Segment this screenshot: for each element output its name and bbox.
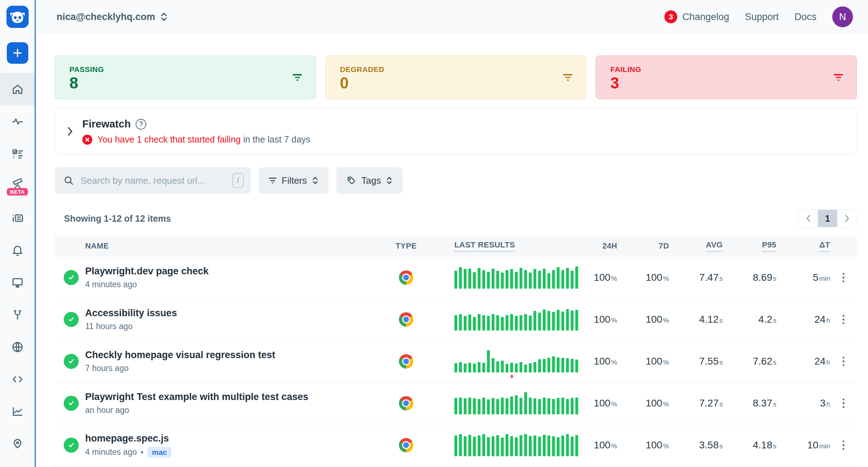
sidebar-item-private-locations[interactable] bbox=[0, 331, 35, 363]
results-cell bbox=[428, 350, 560, 372]
type-cell bbox=[385, 396, 428, 410]
separator-dot bbox=[141, 451, 143, 453]
failing-card[interactable]: FAILING 3 bbox=[596, 56, 857, 99]
checks-table: NAME TYPE LAST RESULTS 24H 7D AVG P95 ΔT… bbox=[55, 235, 857, 466]
p95-cell: 4.18s bbox=[723, 439, 776, 451]
sidebar-item-activity[interactable] bbox=[0, 105, 35, 138]
degraded-card[interactable]: DEGRADED 0 bbox=[325, 56, 586, 99]
firewatch-alert-text[interactable]: You have 1 check that started failing bbox=[97, 134, 241, 144]
status-cell bbox=[55, 438, 85, 453]
results-bar-chart[interactable] bbox=[454, 434, 578, 456]
status-cell bbox=[55, 354, 85, 369]
current-page[interactable]: 1 bbox=[818, 210, 837, 227]
failing-count: 3 bbox=[610, 75, 842, 91]
filter-icon[interactable] bbox=[563, 74, 572, 81]
checkly-logo[interactable] bbox=[6, 6, 29, 28]
home-icon bbox=[11, 83, 24, 96]
check-name[interactable]: homepage.spec.js bbox=[85, 433, 385, 444]
sidebar-item-dashboards[interactable] bbox=[0, 266, 35, 299]
check-name[interactable]: Checkly homepage visual regression test bbox=[85, 350, 385, 361]
sidebar-item-runtimes[interactable] bbox=[0, 202, 35, 234]
results-cell bbox=[428, 392, 560, 414]
search-box[interactable]: / bbox=[55, 167, 251, 194]
chrome-browser-icon bbox=[399, 270, 413, 285]
delta-t-cell: 5min bbox=[776, 272, 830, 283]
passing-status-icon bbox=[64, 354, 79, 369]
name-cell: Accessibility issues 11 hours ago bbox=[85, 308, 385, 331]
filter-icon[interactable] bbox=[834, 74, 843, 81]
column-last-results[interactable]: LAST RESULTS bbox=[428, 240, 560, 252]
check-name[interactable]: Playwright Test example with multiple te… bbox=[85, 391, 385, 403]
create-new-button[interactable] bbox=[7, 42, 28, 64]
filter-icon[interactable] bbox=[293, 74, 302, 81]
avg-cell: 3.58s bbox=[669, 439, 723, 451]
table-row[interactable]: Playwright.dev page check 4 minutes ago … bbox=[55, 257, 857, 299]
results-bar-chart[interactable] bbox=[454, 350, 578, 372]
chrome-browser-icon bbox=[399, 312, 413, 327]
column-24h: 24H bbox=[560, 241, 617, 251]
kebab-menu-button[interactable] bbox=[840, 313, 847, 327]
passing-status-icon bbox=[64, 270, 79, 285]
results-bar-chart[interactable] bbox=[454, 308, 578, 331]
column-type: TYPE bbox=[385, 241, 428, 251]
check-name[interactable]: Accessibility issues bbox=[85, 308, 385, 319]
x-circle-icon bbox=[82, 135, 92, 145]
row-menu-cell bbox=[830, 271, 857, 285]
delta-t-cell: 3h bbox=[776, 398, 830, 409]
changelog-link[interactable]: Changelog bbox=[682, 11, 729, 23]
sidebar-nav: BETA bbox=[0, 73, 35, 460]
7d-cell: 100% bbox=[617, 314, 669, 325]
passing-status-icon bbox=[64, 396, 79, 411]
column-p95[interactable]: P95 bbox=[723, 240, 776, 252]
column-delta-t[interactable]: ΔT bbox=[776, 240, 830, 252]
sidebar-item-checks[interactable] bbox=[0, 138, 35, 170]
tags-button[interactable]: Tags bbox=[336, 167, 403, 194]
chevron-up-down-icon bbox=[160, 11, 168, 22]
next-page-button[interactable] bbox=[837, 210, 857, 227]
sidebar-item-home[interactable] bbox=[0, 73, 35, 105]
sidebar-item-alerts[interactable] bbox=[0, 234, 35, 266]
results-cell bbox=[428, 266, 560, 289]
table-row[interactable]: Accessibility issues 11 hours ago 100% 1… bbox=[55, 299, 857, 341]
kebab-menu-button[interactable] bbox=[840, 271, 847, 285]
search-input[interactable] bbox=[81, 175, 226, 186]
sidebar-item-locations[interactable] bbox=[0, 428, 35, 460]
monitor-icon bbox=[11, 276, 24, 289]
kebab-menu-button[interactable] bbox=[840, 396, 847, 410]
pagination: 1 bbox=[798, 210, 857, 227]
filters-button[interactable]: Filters bbox=[259, 167, 328, 194]
column-avg[interactable]: AVG bbox=[669, 240, 723, 252]
row-menu-cell bbox=[830, 396, 857, 410]
table-row[interactable]: Playwright Test example with multiple te… bbox=[55, 382, 857, 424]
beta-badge: BETA bbox=[7, 188, 28, 196]
help-icon[interactable]: ? bbox=[136, 119, 146, 130]
last-run-time: an hour ago bbox=[85, 405, 129, 415]
check-name[interactable]: Playwright.dev page check bbox=[85, 266, 385, 277]
tag-badge[interactable]: mac bbox=[147, 447, 171, 458]
docs-link[interactable]: Docs bbox=[794, 11, 816, 23]
results-bar-chart[interactable] bbox=[454, 266, 578, 289]
firewatch-body: Firewatch ? You have 1 check that starte… bbox=[82, 118, 310, 145]
firewatch-title: Firewatch bbox=[82, 118, 131, 130]
sidebar-item-telescope-beta[interactable]: BETA bbox=[0, 170, 35, 202]
prev-page-button[interactable] bbox=[799, 210, 818, 227]
sidebar-item-analytics[interactable] bbox=[0, 395, 35, 428]
table-row[interactable]: Checkly homepage visual regression test … bbox=[55, 341, 857, 382]
kebab-menu-button[interactable] bbox=[840, 438, 847, 452]
sidebar-item-maintenance[interactable] bbox=[0, 299, 35, 331]
kebab-menu-button[interactable] bbox=[840, 355, 847, 369]
table-row[interactable]: homepage.spec.js 4 minutes ago mac 100% … bbox=[55, 424, 857, 466]
filter-icon bbox=[269, 178, 277, 183]
chevron-right-icon bbox=[845, 215, 849, 222]
user-avatar[interactable]: N bbox=[832, 6, 853, 27]
passing-card[interactable]: PASSING 8 bbox=[55, 56, 316, 99]
log-list-icon bbox=[11, 212, 24, 225]
support-link[interactable]: Support bbox=[745, 11, 779, 23]
p95-cell: 8.37s bbox=[723, 398, 776, 409]
avg-cell: 4.12s bbox=[669, 314, 723, 325]
delta-t-cell: 24h bbox=[776, 314, 830, 325]
account-switcher[interactable]: nica@checklyhq.com bbox=[57, 11, 168, 23]
expand-chevron-icon[interactable] bbox=[67, 127, 73, 136]
sidebar-item-snippets[interactable] bbox=[0, 363, 35, 395]
results-bar-chart[interactable] bbox=[454, 392, 578, 414]
